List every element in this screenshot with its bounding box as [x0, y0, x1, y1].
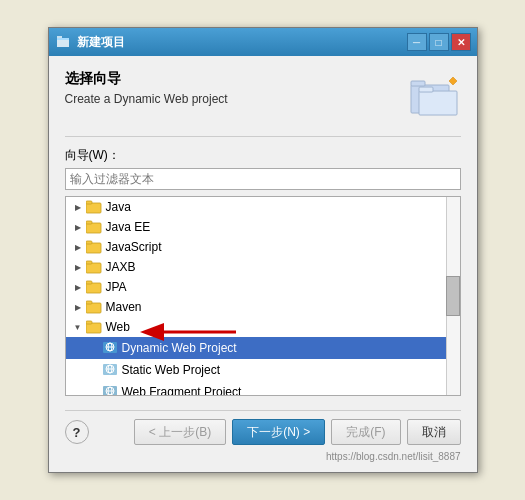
expand-web-icon[interactable]: ▼ — [72, 321, 84, 333]
svg-rect-8 — [86, 203, 101, 213]
tree-item-jaxb[interactable]: ▶ JAXB — [66, 257, 460, 277]
expand-javascript-icon[interactable]: ▶ — [72, 241, 84, 253]
tree-container[interactable]: ▶ Java ▶ Java EE — [65, 196, 461, 396]
tree-item-jpa[interactable]: ▶ JPA — [66, 277, 460, 297]
expand-jpa-icon[interactable]: ▶ — [72, 281, 84, 293]
svg-rect-9 — [86, 201, 92, 204]
expand-maven-icon[interactable]: ▶ — [72, 301, 84, 313]
tree-label-javaee: Java EE — [106, 220, 151, 234]
tree-label-javascript: JavaScript — [106, 240, 162, 254]
tree-item-dynamic-web[interactable]: Dynamic Web Project — [66, 337, 460, 359]
scrollbar-track[interactable] — [446, 197, 460, 395]
svg-rect-13 — [86, 241, 92, 244]
svg-rect-11 — [86, 221, 92, 224]
next-button[interactable]: 下一步(N) > — [232, 419, 325, 445]
folder-web-icon — [86, 320, 102, 334]
window-title: 新建项目 — [77, 34, 407, 51]
close-button[interactable]: ✕ — [451, 33, 471, 51]
title-bar: 新建项目 ─ □ ✕ — [49, 28, 477, 56]
svg-rect-21 — [86, 321, 92, 324]
svg-rect-17 — [86, 281, 92, 284]
filter-input[interactable] — [65, 168, 461, 190]
static-web-project-icon — [102, 362, 118, 378]
url-hint: https://blog.csdn.net/lisit_8887 — [65, 451, 461, 462]
svg-rect-15 — [86, 261, 92, 264]
svg-rect-6 — [419, 87, 433, 92]
tree-item-static-web[interactable]: Static Web Project — [66, 359, 460, 381]
tree-item-java[interactable]: ▶ Java — [66, 197, 460, 217]
expand-jaxb-icon[interactable]: ▶ — [72, 261, 84, 273]
expand-javaee-icon[interactable]: ▶ — [72, 221, 84, 233]
header-text: 选择向导 Create a Dynamic Web project — [65, 70, 409, 106]
maximize-button[interactable]: □ — [429, 33, 449, 51]
svg-rect-5 — [419, 91, 457, 115]
wizard-label: 向导(W)： — [65, 147, 461, 164]
tree-label-jaxb: JAXB — [106, 260, 136, 274]
tree-item-javascript[interactable]: ▶ JavaScript — [66, 237, 460, 257]
new-project-dialog: 新建项目 ─ □ ✕ 选择向导 Create a Dynamic Web pro… — [48, 27, 478, 473]
back-button[interactable]: < 上一步(B) — [134, 419, 226, 445]
bottom-buttons: ? < 上一步(B) 下一步(N) > 完成(F) 取消 — [65, 410, 461, 449]
folder-java-icon — [86, 200, 102, 214]
expand-java-icon[interactable]: ▶ — [72, 201, 84, 213]
header-section: 选择向导 Create a Dynamic Web project — [65, 70, 461, 122]
header-subtitle: Create a Dynamic Web project — [65, 92, 409, 106]
tree-item-web[interactable]: ▼ Web — [66, 317, 460, 337]
tree-wrapper: ▶ Java ▶ Java EE — [65, 196, 461, 396]
tree-item-web-fragment[interactable]: Web Fragment Project — [66, 381, 460, 396]
window-icon — [55, 34, 71, 50]
folder-jpa-icon — [86, 280, 102, 294]
svg-rect-1 — [57, 38, 69, 40]
tree-label-dynamic-web: Dynamic Web Project — [122, 341, 237, 355]
tree-label-web-fragment: Web Fragment Project — [122, 385, 242, 396]
svg-rect-16 — [86, 283, 101, 293]
finish-button[interactable]: 完成(F) — [331, 419, 400, 445]
web-fragment-project-icon — [102, 384, 118, 396]
tree-label-java: Java — [106, 200, 131, 214]
tree-label-maven: Maven — [106, 300, 142, 314]
tree-item-maven[interactable]: ▶ Maven — [66, 297, 460, 317]
folder-icon-graphic — [409, 73, 461, 119]
tree-item-javaee[interactable]: ▶ Java EE — [66, 217, 460, 237]
header-divider — [65, 136, 461, 137]
svg-rect-20 — [86, 323, 101, 333]
svg-rect-12 — [86, 243, 101, 253]
scrollbar-thumb[interactable] — [446, 276, 460, 316]
minimize-button[interactable]: ─ — [407, 33, 427, 51]
svg-rect-19 — [86, 301, 92, 304]
section-title: 选择向导 — [65, 70, 409, 88]
tree-label-static-web: Static Web Project — [122, 363, 220, 377]
dynamic-web-project-icon — [102, 340, 118, 356]
tree-label-jpa: JPA — [106, 280, 127, 294]
svg-rect-10 — [86, 223, 101, 233]
header-icon — [409, 70, 461, 122]
folder-javaee-icon — [86, 220, 102, 234]
tree-label-web: Web — [106, 320, 130, 334]
window-controls: ─ □ ✕ — [407, 33, 471, 51]
dialog-content: 选择向导 Create a Dynamic Web project 向导(W)： — [49, 56, 477, 472]
svg-marker-7 — [449, 77, 457, 85]
svg-rect-18 — [86, 303, 101, 313]
folder-javascript-icon — [86, 240, 102, 254]
folder-maven-icon — [86, 300, 102, 314]
svg-rect-14 — [86, 263, 101, 273]
svg-rect-2 — [57, 36, 62, 38]
svg-rect-4 — [411, 81, 425, 86]
help-button[interactable]: ? — [65, 420, 89, 444]
folder-jaxb-icon — [86, 260, 102, 274]
cancel-button[interactable]: 取消 — [407, 419, 461, 445]
nav-buttons: < 上一步(B) 下一步(N) > 完成(F) 取消 — [134, 419, 461, 445]
